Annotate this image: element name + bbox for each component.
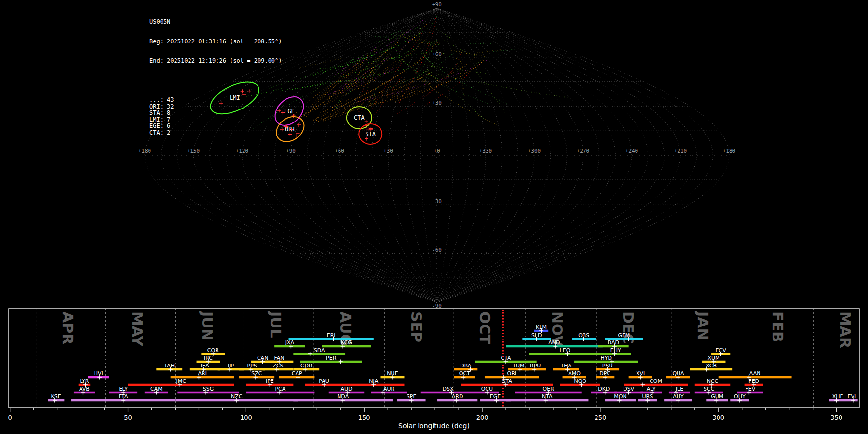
shower-label-AUD: AUD <box>340 386 352 392</box>
x-tick-label: 200 <box>476 414 488 421</box>
meteor-trail <box>396 51 488 103</box>
shower-label-TAH: TAH <box>163 363 175 369</box>
meteor-trail <box>451 50 485 57</box>
meteor-trail <box>348 14 437 64</box>
shower-count-CTA: CTA: 2 <box>149 130 285 136</box>
shower-label-ARD: ARD <box>452 393 463 400</box>
shower-count-ORI: ORI: 32 <box>149 104 285 110</box>
radiant-label-CTA: CTA <box>354 114 365 121</box>
shower-label-GUM: GUM <box>711 393 723 400</box>
shower-label-NOO: NOO <box>574 378 587 384</box>
shower-label-DKD: DKD <box>598 386 610 392</box>
shower-label-PPS: PPS <box>247 363 257 369</box>
radiant-label-EGE: EGE <box>284 108 295 115</box>
x-tick-label: 100 <box>240 414 252 421</box>
meteor-marker <box>297 123 301 127</box>
shower-label-NTA: NTA <box>542 393 553 400</box>
station-id: US005N <box>149 19 285 26</box>
month-label-MAR: MAR <box>837 312 854 348</box>
meteor-trail <box>342 79 413 108</box>
shower-label-THA: THA <box>560 363 572 369</box>
grid-meridian <box>291 8 437 302</box>
shower-label-ORI: ORI <box>507 370 517 377</box>
dec-tick-label: +90 <box>432 1 442 8</box>
month-label-MAY: MAY <box>129 312 146 347</box>
shower-label-AVB: AVB <box>79 386 90 392</box>
meteor-trail <box>400 59 438 79</box>
shower-label-MON: MON <box>614 393 626 400</box>
meteor-trail <box>311 58 369 111</box>
shower-label-XCB: XCB <box>706 363 717 369</box>
shower-label-AUR: AUR <box>383 386 395 392</box>
meteor-trail <box>401 35 430 44</box>
shower-label-EGE: EGE <box>490 393 501 400</box>
shower-label-COM: COM <box>650 378 662 384</box>
shower-label-DAD: DAD <box>608 339 619 346</box>
meteor-marker <box>288 133 292 136</box>
meteor-trail <box>337 24 427 95</box>
meteor-trail <box>426 39 439 48</box>
dec-tick-label: -60 <box>432 247 442 253</box>
meteor-trail <box>331 33 398 77</box>
begin-time: Beg: 20251022 01:31:16 (sol = 208.55°) <box>149 39 285 45</box>
meteor-trail <box>453 91 484 118</box>
radiant-label-STA: STA <box>365 131 376 137</box>
meteor-trail <box>369 32 422 113</box>
x-tick-label: 250 <box>595 414 607 421</box>
shower-label-DSX: DSX <box>443 386 454 392</box>
radiant-CTA: CTA <box>347 107 372 129</box>
meteor-trail <box>376 41 438 87</box>
radiant-STA: STA <box>359 124 382 144</box>
shower-counts: ...: 43ORI: 32STA: 8LMI: 7EGE: 6CTA: 2 <box>149 97 285 136</box>
meteor-trail <box>353 60 487 103</box>
ra-tick-label: +90 <box>286 148 296 154</box>
shower-label-GEM: GEM <box>618 332 630 339</box>
shower-label-AAN: AAN <box>749 370 761 377</box>
meteor-trail <box>313 49 389 75</box>
month-label-APR: APR <box>59 312 76 344</box>
grid-meridian <box>323 8 437 302</box>
meteor-trail <box>361 79 405 101</box>
shower-label-EHY: EHY <box>610 347 621 353</box>
shower-label-PER: PER <box>326 355 337 361</box>
shower-label-PCA: PCA <box>275 386 285 392</box>
shower-count-STA: STA: 8 <box>149 110 285 117</box>
meteor-trail <box>333 69 393 96</box>
shower-label-LYR: LYR <box>80 378 89 384</box>
dec-tick-label: +30 <box>432 100 442 106</box>
x-tick-label: 150 <box>358 414 370 421</box>
month-label-SEP: SEP <box>408 312 425 342</box>
shower-label-SSG: SSG <box>203 386 214 392</box>
meteor-trail <box>328 86 411 115</box>
ra-tick-label: +300 <box>528 148 541 154</box>
shower-count-EGE: EGE: 6 <box>149 123 285 130</box>
month-label-JAN: JAN <box>694 311 711 340</box>
x-tick-label: 0 <box>8 414 12 421</box>
meteor-trail <box>389 26 422 39</box>
shower-label-GDR: GDR <box>300 363 312 369</box>
month-label-FEB: FEB <box>769 312 786 342</box>
peak-marker-COM <box>641 383 645 387</box>
meteor-trail <box>376 36 393 38</box>
activity-timeline: APRMAYJUNJULAUGSEPOCTNOVDECJANFEBMARKLME… <box>8 309 859 430</box>
meteor-trail <box>321 98 353 113</box>
meteor-trail <box>399 13 436 103</box>
meteor-trail <box>433 23 452 39</box>
shower-label-IEA: IEA <box>201 363 209 369</box>
scene-svg: +180+150+120+90+60+30+0+330+300+270+240+… <box>0 0 868 434</box>
meteor-trail <box>303 65 364 113</box>
x-tick-label: 350 <box>830 414 842 421</box>
meteor-trail <box>298 58 342 68</box>
meteor-trail <box>391 46 459 87</box>
meteor-trail <box>346 61 396 94</box>
separator-line: --------------------------------------- <box>149 78 285 84</box>
shower-label-JXA: JXA <box>285 339 295 346</box>
x-axis-title: Solar longitude (deg) <box>398 422 470 430</box>
meteor-trail <box>304 33 400 100</box>
dec-tick-label: -90 <box>432 303 442 309</box>
shower-label-AND: AND <box>548 339 560 346</box>
meteor-trail <box>396 49 401 60</box>
ra-tick-label: +240 <box>625 148 638 154</box>
ra-tick-label: +180 <box>723 148 736 154</box>
meteor-trail <box>373 88 376 104</box>
